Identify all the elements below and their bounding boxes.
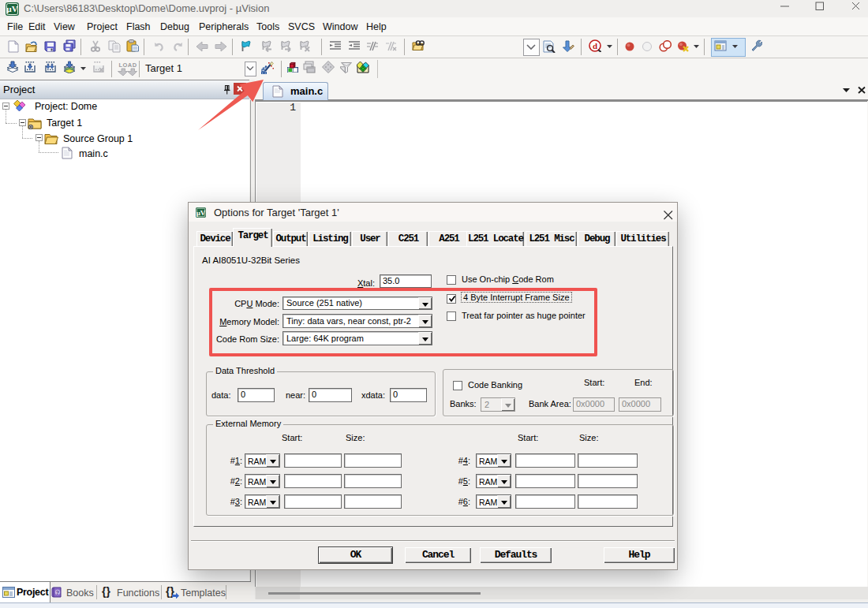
svg-text:d: d (593, 41, 597, 50)
svg-text:LOAD: LOAD (118, 62, 137, 69)
svg-text:µV: µV (6, 4, 17, 13)
svg-text:µV: µV (196, 209, 206, 217)
svg-text:?: ? (56, 590, 59, 595)
